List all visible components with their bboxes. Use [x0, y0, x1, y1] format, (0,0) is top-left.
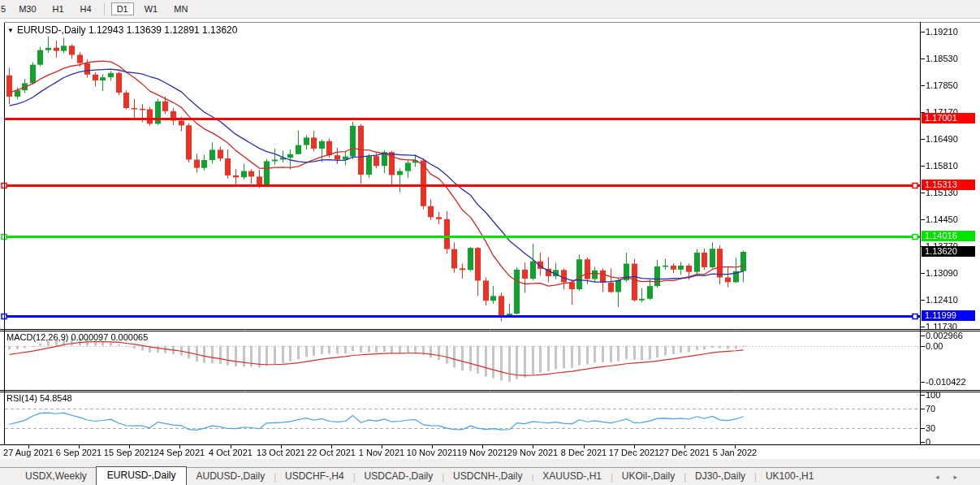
chart-dropdown-icon[interactable]: ▼ — [7, 27, 14, 34]
chart-window: ▼EURUSD-,Daily 1.12943 1.13639 1.12891 1… — [0, 22, 980, 467]
chart-tab-audusd-daily[interactable]: AUDUSD-,Daily — [187, 468, 274, 485]
toolbar-separator — [104, 3, 105, 15]
macd-axis-max-label: 0.002966 — [926, 331, 963, 341]
hline-price-chip: 1.15313 — [922, 180, 975, 190]
macd-indicator-label: MACD(12,26,9) 0.000097 0.000065 — [6, 332, 148, 343]
price-axis-tick-label: 1.12410 — [926, 295, 958, 305]
chart-tab-usdchf-h4[interactable]: USDCHF-,H4 — [276, 468, 353, 485]
hline-price-chip: 1.11999 — [922, 310, 975, 321]
timeframe-button-m30[interactable]: M30 — [13, 2, 41, 15]
chart-tab-eurusd-daily[interactable]: EURUSD-,Daily — [96, 466, 188, 485]
chart-tab-dj30-daily[interactable]: DJ30-,Daily — [686, 468, 754, 485]
chart-tab-xauusd-h1[interactable]: XAUUSD-,H1 — [533, 468, 611, 485]
timeframe-toolbar: 5M30H1H4D1W1MN — [0, 0, 980, 19]
price-axis-tick-label: 1.18530 — [926, 54, 958, 64]
price-axis-tick-label: 1.19210 — [926, 27, 958, 37]
trading-terminal-window: 5M30H1H4D1W1MN ▼EURUSD-,Daily 1.12943 1.… — [0, 0, 980, 485]
rsi-indicator-label: RSI(14) 54.8548 — [6, 393, 72, 404]
macd-axis-min-label: -0.010422 — [926, 377, 966, 388]
macd-axis-zero-label: 0.00 — [926, 341, 943, 352]
price-axis-tick-label: 1.13090 — [926, 268, 958, 279]
chart-title-text: EURUSD-,Daily 1.12943 1.13639 1.12891 1.… — [17, 24, 238, 36]
timeframe-button-h4[interactable]: H4 — [75, 2, 97, 15]
chart-tab-bar: USDX,WeeklyEURUSD-,DailyAUDUSD-,Daily|US… — [0, 467, 980, 485]
price-axis-tick-label: 1.16490 — [926, 134, 958, 145]
price-axis-tick-label: 1.15810 — [926, 161, 958, 171]
chart-title: ▼EURUSD-,Daily 1.12943 1.13639 1.12891 1… — [7, 25, 237, 36]
rsi-axis-level-label: 70 — [926, 404, 935, 414]
timeframe-button-h1[interactable]: H1 — [47, 2, 70, 15]
chart-tab-usdx-weekly[interactable]: USDX,Weekly — [16, 468, 96, 485]
timeframe-button-5[interactable]: 5 — [0, 2, 8, 15]
timeframe-button-w1[interactable]: W1 — [139, 2, 164, 15]
tab-scroll-arrows: ◂▸ — [935, 473, 972, 481]
price-axis-tick-label: 1.14450 — [926, 214, 958, 225]
rsi-axis-level-label: 0 — [926, 437, 930, 448]
price-axis-tick-label: 1.17850 — [926, 80, 958, 91]
hline-price-chip: 1.14016 — [922, 231, 975, 241]
chart-tab-uk100-h1[interactable]: UK100-,H1 — [757, 468, 822, 485]
tab-scroll-right-icon[interactable]: ▸ — [953, 473, 972, 481]
date-axis-label: 5 Jan 2022 — [701, 448, 769, 458]
rsi-axis-level-label: 100 — [926, 390, 940, 401]
current-price-chip: 1.13620 — [922, 246, 975, 257]
price-chart-canvas[interactable] — [0, 22, 980, 467]
timeframe-button-d1[interactable]: D1 — [111, 2, 134, 15]
hline-price-chip: 1.17001 — [922, 113, 975, 123]
chart-tab-ukoil-daily[interactable]: UKOil-,Daily — [613, 468, 684, 485]
timeframe-button-mn[interactable]: MN — [168, 2, 193, 15]
chart-tab-usdcnh-daily[interactable]: USDCNH-,Daily — [444, 468, 531, 485]
tab-scroll-left-icon[interactable]: ◂ — [935, 473, 954, 481]
rsi-axis-level-label: 30 — [926, 423, 935, 434]
chart-tab-usdcad-daily[interactable]: USDCAD-,Daily — [356, 468, 443, 485]
